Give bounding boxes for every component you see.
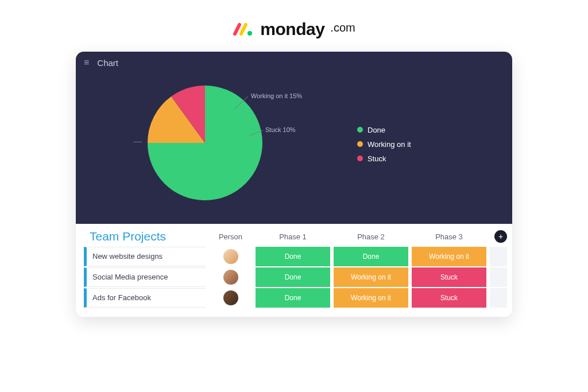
status-cell-done[interactable]: Done [256,288,330,308]
table-header-row: Team Projects Person Phase 1 Phase 2 Pha… [84,230,504,247]
chart-legend: DoneWorking on itStuck [305,120,512,169]
legend-label: Working on it [368,140,411,149]
legend-label: Done [368,126,385,134]
empty-cell [490,247,507,266]
table-row: New website designsDoneDoneWorking on it [84,247,504,266]
slice-label-stuck: Stuck 10% [265,126,296,133]
task-cell[interactable]: Ads for Facebook [84,288,206,308]
person-cell[interactable] [209,247,252,266]
avatar [223,249,238,264]
svg-point-0 [247,31,252,36]
status-cell-working[interactable]: Working on it [334,267,408,287]
col-phase-2: Phase 2 [334,232,408,241]
avatar [223,270,238,285]
pie-chart: Working on it 15% Stuck 10% [76,80,305,208]
status-cell-working[interactable]: Working on it [334,288,408,308]
task-cell[interactable]: Social Media presence [84,267,206,287]
menu-icon[interactable]: ≡ [84,57,89,68]
legend-item-done[interactable]: Done [357,126,512,134]
legend-dot-icon [357,127,363,133]
legend-item-stuck[interactable]: Stuck [357,154,512,163]
status-cell-done[interactable]: Done [256,267,330,287]
status-cell-done[interactable]: Done [334,247,408,266]
empty-cell [490,267,507,287]
status-cell-working[interactable]: Working on it [412,247,486,266]
app-window: ≡ Chart Working on it 15% Stuck 10% Done… [76,52,512,317]
brand-logo: monday .com [0,0,588,52]
table-panel: Team Projects Person Phase 1 Phase 2 Pha… [76,224,512,317]
chart-title: Chart [97,58,118,68]
person-cell[interactable] [209,288,252,308]
status-cell-done[interactable]: Done [256,247,330,266]
chart-panel: ≡ Chart Working on it 15% Stuck 10% Done… [76,52,512,224]
col-phase-3: Phase 3 [412,232,486,241]
brand-word: monday [260,20,324,39]
avatar [223,290,238,305]
pie-tick-icon [133,142,142,142]
table-row: Social Media presenceDoneWorking on itSt… [84,267,504,287]
slice-label-working: Working on it 15% [251,92,302,99]
col-phase-1: Phase 1 [256,232,330,241]
table-row: Ads for FacebookDoneWorking on itStuck [84,288,504,308]
status-cell-stuck[interactable]: Stuck [412,288,486,308]
task-cell[interactable]: New website designs [84,247,206,266]
col-person: Person [209,232,252,241]
brand-suffix: .com [330,21,355,34]
plus-icon: + [498,232,503,241]
chart-header: ≡ Chart [76,52,512,68]
legend-dot-icon [357,156,363,161]
legend-dot-icon [357,141,363,147]
add-column-button[interactable]: + [494,230,507,243]
brand-mark-icon [233,22,254,36]
table-title: Team Projects [84,230,206,243]
legend-item-working[interactable]: Working on it [357,140,512,149]
legend-label: Stuck [368,154,386,163]
person-cell[interactable] [209,267,252,287]
status-cell-stuck[interactable]: Stuck [412,267,486,287]
empty-cell [490,288,507,308]
